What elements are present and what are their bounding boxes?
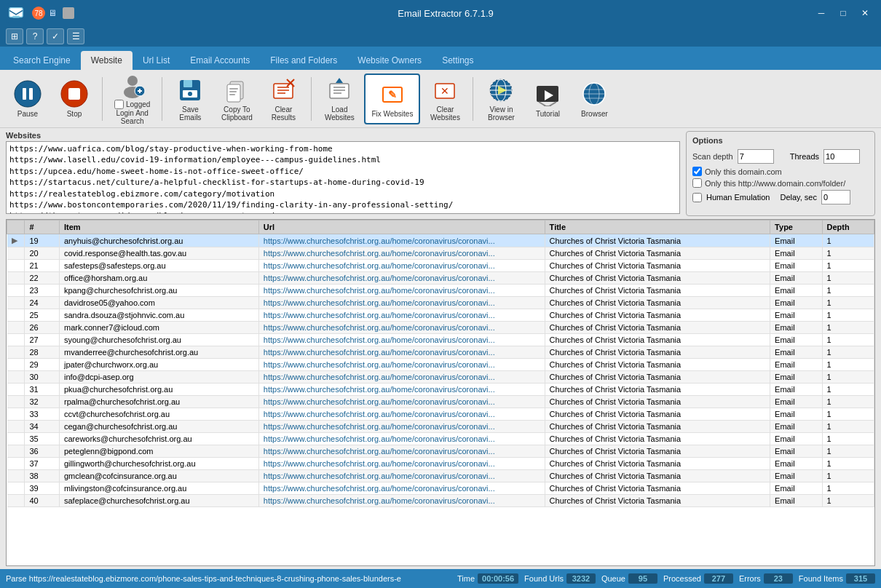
processed-item: Processed 277 [663, 573, 733, 584]
table-row[interactable]: 40safeplace@churchesofchrist.org.auhttps… [7, 495, 874, 507]
table-row[interactable]: 22office@horsham.org.auhttps://www.churc… [7, 272, 874, 285]
url-cell[interactable]: https://www.churchesofchrist.org.au/home… [258, 396, 545, 408]
table-row[interactable]: 24davidrose05@yahoo.comhttps://www.churc… [7, 297, 874, 309]
clear-websites-button[interactable]: ✕ Clear Websites [423, 74, 467, 124]
table-row[interactable]: 37gillingworth@churchesofchrist.org.auht… [7, 458, 874, 470]
human-emulation-checkbox[interactable] [692, 193, 702, 202]
tab-email-accounts[interactable]: Email Accounts [180, 51, 260, 70]
num-cell: 25 [25, 309, 60, 322]
url-cell[interactable]: https://www.churchesofchrist.org.au/home… [258, 495, 545, 507]
clear-results-button[interactable]: Clear Results [261, 74, 305, 124]
url-cell[interactable]: https://www.churchesofchrist.org.au/home… [258, 297, 545, 309]
type-cell: Email [770, 334, 822, 346]
url-cell[interactable]: https://www.churchesofchrist.org.au/home… [258, 234, 545, 247]
secondary-btn-1[interactable]: ⊞ [6, 28, 23, 44]
type-cell: Email [770, 309, 822, 322]
tab-files-and-folders[interactable]: Files and Folders [260, 51, 347, 70]
table-row[interactable]: 26mark.conner7@icloud.comhttps://www.chu… [7, 322, 874, 334]
browser-button[interactable]: Browser [572, 74, 616, 124]
close-button[interactable]: ✕ [855, 5, 875, 21]
stop-button[interactable]: Stop [52, 74, 96, 124]
fix-websites-button[interactable]: ✎ Fix Websites [364, 74, 420, 124]
tutorial-button[interactable]: Tutorial [526, 74, 569, 124]
url-cell[interactable]: https://www.churchesofchrist.org.au/home… [258, 482, 545, 495]
table-row[interactable]: ▶19anyhuis@churchesofchrist.org.auhttps:… [7, 234, 874, 247]
table-row[interactable]: 36peteglenn@bigpond.comhttps://www.churc… [7, 445, 874, 458]
url-cell[interactable]: https://www.churchesofchrist.org.au/home… [258, 433, 545, 445]
title-cell: Churches of Christ Victoria Tasmania [545, 334, 770, 346]
table-row[interactable]: 38gmclean@cofcinsurance.org.auhttps://ww… [7, 470, 874, 482]
minimize-button[interactable]: ─ [811, 5, 831, 21]
url-cell[interactable]: https://www.churchesofchrist.org.au/home… [258, 421, 545, 433]
title-bar: 78 🖥 Email Extractor 6.7.1.9 ─ □ ✕ [0, 0, 881, 26]
errors-label: Errors [739, 574, 761, 583]
only-domain-checkbox[interactable] [692, 167, 702, 176]
url-cell[interactable]: https://www.churchesofchrist.org.au/home… [258, 272, 545, 285]
url-cell[interactable]: https://www.churchesofchrist.org.au/home… [258, 285, 545, 297]
table-row[interactable]: 28mvanderree@churchesofchrist.org.auhttp… [7, 346, 874, 359]
secondary-btn-3[interactable]: ✓ [47, 28, 64, 44]
delay-input[interactable] [821, 190, 850, 204]
url-cell[interactable]: https://www.churchesofchrist.org.au/home… [258, 334, 545, 346]
table-row[interactable]: 33ccvt@churchesofchrist.org.auhttps://ww… [7, 408, 874, 421]
table-row[interactable]: 34cegan@churchesofchrist.org.auhttps://w… [7, 421, 874, 433]
errors-value: 23 [764, 573, 793, 584]
title-cell: Churches of Christ Victoria Tasmania [545, 285, 770, 297]
websites-list-wrap: Websites https://www.uafrica.com/blog/st… [6, 131, 680, 216]
expand-cell [7, 297, 25, 309]
login-search-button[interactable]: Logged Login And Search [108, 74, 156, 124]
found-urls-value: 3232 [566, 573, 596, 584]
num-cell: 26 [25, 322, 60, 334]
save-emails-button[interactable]: Save Emails [168, 74, 212, 124]
table-row[interactable]: 25sandra.dsouza@stjohnvic.com.auhttps://… [7, 309, 874, 322]
websites-textarea[interactable]: https://www.uafrica.com/blog/stay-produc… [6, 141, 680, 214]
tab-search-engine[interactable]: Search Engine [3, 51, 81, 70]
col-type: Type [770, 220, 822, 234]
item-cell: kpang@churchesofchrist.org.au [60, 285, 259, 297]
url-cell[interactable]: https://www.churchesofchrist.org.au/home… [258, 260, 545, 272]
item-cell: syoung@churchesofchrist.org.au [60, 334, 259, 346]
table-row[interactable]: 21safesteps@safesteps.org.auhttps://www.… [7, 260, 874, 272]
table-row[interactable]: 30info@dcpi-asep.orghttps://www.churches… [7, 371, 874, 384]
threads-input[interactable] [823, 149, 860, 164]
scan-depth-input[interactable] [738, 149, 774, 164]
table-row[interactable]: 39mlivingston@cofcinsurance.org.auhttps:… [7, 482, 874, 495]
url-cell[interactable]: https://www.churchesofchrist.org.au/home… [258, 458, 545, 470]
only-folder-checkbox[interactable] [692, 178, 702, 188]
tab-url-list[interactable]: Url List [133, 51, 180, 70]
table-row[interactable]: 32rpalma@churchesofchrist.org.auhttps://… [7, 396, 874, 408]
url-cell[interactable]: https://www.churchesofchrist.org.au/home… [258, 359, 545, 371]
logged-checkbox[interactable] [114, 100, 124, 109]
maximize-button[interactable]: □ [833, 5, 853, 21]
table-row[interactable]: 27syoung@churchesofchrist.org.auhttps://… [7, 334, 874, 346]
url-cell[interactable]: https://www.churchesofchrist.org.au/home… [258, 247, 545, 260]
url-cell[interactable]: https://www.churchesofchrist.org.au/home… [258, 346, 545, 359]
pause-button[interactable]: Pause [6, 74, 50, 124]
tab-settings[interactable]: Settings [432, 51, 483, 70]
table-row[interactable]: 29jpater@churchworx.org.auhttps://www.ch… [7, 359, 874, 371]
human-emulation-row: Human Emulation Delay, sec [692, 190, 869, 204]
title-cell: Churches of Christ Victoria Tasmania [545, 458, 770, 470]
table-container[interactable]: # Item Url Title Type Depth ▶19anyhuis@c… [6, 219, 875, 566]
table-row[interactable]: 20covid.response@health.tas.gov.auhttps:… [7, 247, 874, 260]
view-browser-button[interactable]: View in Browser [479, 74, 523, 124]
url-cell[interactable]: https://www.churchesofchrist.org.au/home… [258, 445, 545, 458]
tab-website[interactable]: Website [81, 51, 133, 70]
copy-clipboard-button[interactable]: Copy To Clipboard [215, 74, 258, 124]
load-websites-button[interactable]: Load Websites [317, 74, 361, 124]
secondary-btn-4[interactable]: ☰ [67, 28, 84, 44]
url-cell[interactable]: https://www.churchesofchrist.org.au/home… [258, 371, 545, 384]
secondary-btn-2[interactable]: ? [26, 28, 44, 44]
table-row[interactable]: 35careworks@churchesofchrist.org.auhttps… [7, 433, 874, 445]
table-row[interactable]: 31pkua@churchesofchrist.org.auhttps://ww… [7, 384, 874, 396]
parse-text: Parse https://realestateblog.ebizmore.co… [6, 574, 451, 583]
url-cell[interactable]: https://www.churchesofchrist.org.au/home… [258, 384, 545, 396]
tab-website-owners[interactable]: Website Owners [347, 51, 432, 70]
url-cell[interactable]: https://www.churchesofchrist.org.au/home… [258, 470, 545, 482]
url-cell[interactable]: https://www.churchesofchrist.org.au/home… [258, 408, 545, 421]
table-row[interactable]: 23kpang@churchesofchrist.org.auhttps://w… [7, 285, 874, 297]
num-cell: 22 [25, 272, 60, 285]
url-cell[interactable]: https://www.churchesofchrist.org.au/home… [258, 309, 545, 322]
title-cell: Churches of Christ Victoria Tasmania [545, 309, 770, 322]
url-cell[interactable]: https://www.churchesofchrist.org.au/home… [258, 322, 545, 334]
